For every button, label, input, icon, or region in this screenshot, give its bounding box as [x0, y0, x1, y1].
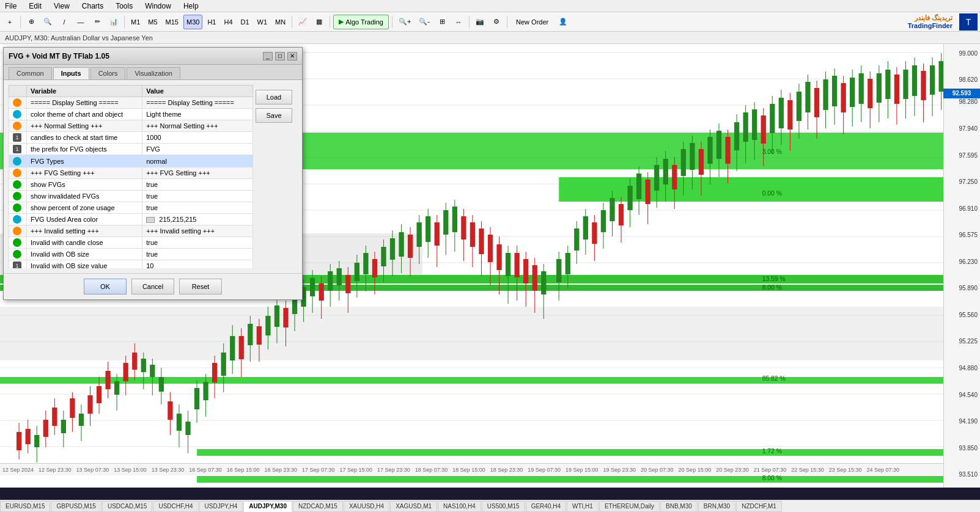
tf-m5[interactable]: M5: [145, 15, 160, 29]
tf-d1[interactable]: D1: [238, 15, 252, 29]
row-value[interactable]: true: [142, 249, 253, 260]
tab-nzdchf-m1[interactable]: NZDCHF,M1: [736, 501, 782, 512]
tab-usdjpy-h4[interactable]: USDJPY,H4: [199, 501, 243, 512]
tab-gbpusd-m15[interactable]: GBPUSD,M15: [51, 501, 101, 512]
svg-rect-219: [877, 73, 882, 103]
table-row[interactable]: +++ Normal Setting +++ +++ Normal Settin…: [9, 120, 253, 132]
tf-h1[interactable]: H1: [204, 15, 219, 29]
table-row[interactable]: +++ Invalid setting +++ +++ Invalid sett…: [9, 225, 253, 237]
save-button[interactable]: Save: [256, 108, 292, 123]
row-value[interactable]: 215,215,215: [142, 213, 253, 225]
table-row[interactable]: Invalid with OB size true: [9, 249, 253, 260]
new-order-btn[interactable]: New Order: [510, 15, 554, 29]
tab-usdchf-h4[interactable]: USDCHF,H4: [153, 501, 198, 512]
row-value[interactable]: true: [142, 178, 253, 190]
tf-m1[interactable]: M1: [128, 15, 143, 29]
tab-bnb-m30[interactable]: BNB,M30: [660, 501, 698, 512]
close-button[interactable]: ✕: [287, 52, 297, 60]
table-row[interactable]: +++ FVG Setting +++ +++ FVG Setting +++: [9, 167, 253, 178]
tab-ger40-h4[interactable]: GER40,H4: [526, 501, 566, 512]
settings-dialog[interactable]: FVG + Void MT By TFlab 1.05 _ □ ✕ Common…: [3, 47, 303, 300]
tab-xauusd-h4[interactable]: XAUUSD,H4: [344, 501, 389, 512]
tab-visualization[interactable]: Visualization: [127, 67, 180, 79]
table-row[interactable]: show invalidated FVGs true: [9, 190, 253, 202]
load-button[interactable]: Load: [256, 90, 292, 104]
row-value[interactable]: +++ Invalid setting +++: [142, 225, 253, 237]
table-row[interactable]: 1 Invalid with OB size value 10: [9, 260, 253, 268]
table-row[interactable]: show percent of zone usage true: [9, 202, 253, 213]
table-row[interactable]: Invalid with candle close true: [9, 237, 253, 249]
maximize-button[interactable]: □: [275, 52, 285, 60]
row-value[interactable]: true: [142, 190, 253, 202]
settings-scroll[interactable]: Variable Value ===== Display Setting ===…: [9, 85, 253, 268]
tf-m30[interactable]: M30: [183, 15, 202, 29]
new-chart-btn[interactable]: +: [2, 15, 17, 29]
table-row[interactable]: show FVGs true: [9, 178, 253, 190]
tf-mn[interactable]: MN: [272, 15, 289, 29]
zoom-in-btn[interactable]: 🔍+: [396, 15, 414, 29]
tab-audjpy-m30[interactable]: AUDJPY,M30: [243, 501, 292, 512]
table-row[interactable]: 1 the prefix for FVG objects FVG: [9, 144, 253, 155]
row-value[interactable]: normal: [142, 155, 253, 167]
row-value[interactable]: +++ FVG Setting +++: [142, 167, 253, 178]
tab-common[interactable]: Common: [9, 67, 52, 79]
menu-window[interactable]: Window: [142, 2, 174, 10]
tab-eurusd-m15[interactable]: EURUSD,M15: [0, 501, 50, 512]
tab-brn-m30[interactable]: BRN,M30: [698, 501, 735, 512]
tf-m15[interactable]: M15: [163, 15, 182, 29]
menu-tools[interactable]: Tools: [113, 2, 135, 10]
menu-edit[interactable]: Edit: [26, 2, 44, 10]
tab-us500-m15[interactable]: US500,M15: [482, 501, 525, 512]
row-value[interactable]: 10: [142, 260, 253, 268]
table-row[interactable]: FVG Types normal: [9, 155, 253, 167]
tab-colors[interactable]: Colors: [90, 67, 126, 79]
menu-view[interactable]: View: [51, 2, 72, 10]
dialog-titlebar[interactable]: FVG + Void MT By TFlab 1.05 _ □ ✕: [4, 48, 302, 65]
menu-charts[interactable]: Charts: [79, 2, 106, 10]
menu-help[interactable]: Help: [181, 2, 201, 10]
tab-usdcad-m15[interactable]: USDCAD,M15: [102, 501, 152, 512]
ok-button[interactable]: OK: [84, 279, 127, 294]
screenshot-btn[interactable]: 📷: [473, 15, 487, 29]
row-value[interactable]: Light theme: [142, 109, 253, 120]
table-row[interactable]: color theme of chart and object Light th…: [9, 109, 253, 120]
svg-rect-217: [868, 79, 872, 108]
row-value[interactable]: ===== Display Setting =====: [142, 97, 253, 109]
row-value[interactable]: +++ Normal Setting +++: [142, 120, 253, 132]
dialog-bottom-buttons: OK Cancel Reset: [4, 273, 302, 299]
algo-trading-btn[interactable]: ▶ Algo Trading: [333, 15, 389, 29]
menu-file[interactable]: File: [2, 2, 19, 10]
tab-inputs[interactable]: Inputs: [53, 67, 89, 79]
settings-btn[interactable]: ⚙: [489, 15, 504, 29]
zoom-btn[interactable]: 🔍: [40, 15, 55, 29]
tf-h4[interactable]: H4: [221, 15, 235, 29]
tab-eth-daily[interactable]: ETHEREUM,Daily: [599, 501, 660, 512]
table-row[interactable]: 1 candles to check at start time 1000: [9, 132, 253, 144]
minimize-button[interactable]: _: [263, 52, 273, 60]
grid-btn[interactable]: ⊞: [435, 15, 449, 29]
tab-wti-h1[interactable]: WTI,H1: [567, 501, 599, 512]
reset-button[interactable]: Reset: [179, 279, 222, 294]
auto-scroll-btn[interactable]: ↔: [451, 15, 466, 29]
indicators-btn[interactable]: 📊: [106, 15, 121, 29]
cancel-button[interactable]: Cancel: [131, 279, 174, 294]
tab-nas100-h4[interactable]: NAS100,H4: [438, 501, 481, 512]
crosshair-btn[interactable]: ⊕: [24, 15, 39, 29]
row-value[interactable]: 1000: [142, 132, 253, 144]
tab-nzdcad-m15[interactable]: NZDCAD,M15: [293, 501, 343, 512]
chart-candle-btn[interactable]: ▦: [312, 15, 326, 29]
table-row[interactable]: FVG Usded Area color 215,215,215: [9, 213, 253, 225]
row-value[interactable]: FVG: [142, 144, 253, 155]
row-value[interactable]: true: [142, 202, 253, 213]
line-btn[interactable]: /: [57, 15, 72, 29]
tf-w1[interactable]: W1: [254, 15, 271, 29]
table-row[interactable]: ===== Display Setting ===== ===== Displa…: [9, 97, 253, 109]
chart-line-btn[interactable]: 📈: [295, 15, 310, 29]
tab-xagusd-m1[interactable]: XAGUSD,M1: [390, 501, 437, 512]
time-label-10: 17 Sep 23:30: [375, 467, 413, 473]
draw-btn[interactable]: ✏: [90, 15, 105, 29]
zoom-out-btn[interactable]: 🔍-: [416, 15, 433, 29]
hline-btn[interactable]: —: [73, 15, 88, 29]
account-btn[interactable]: 👤: [556, 15, 570, 29]
row-value[interactable]: true: [142, 237, 253, 249]
